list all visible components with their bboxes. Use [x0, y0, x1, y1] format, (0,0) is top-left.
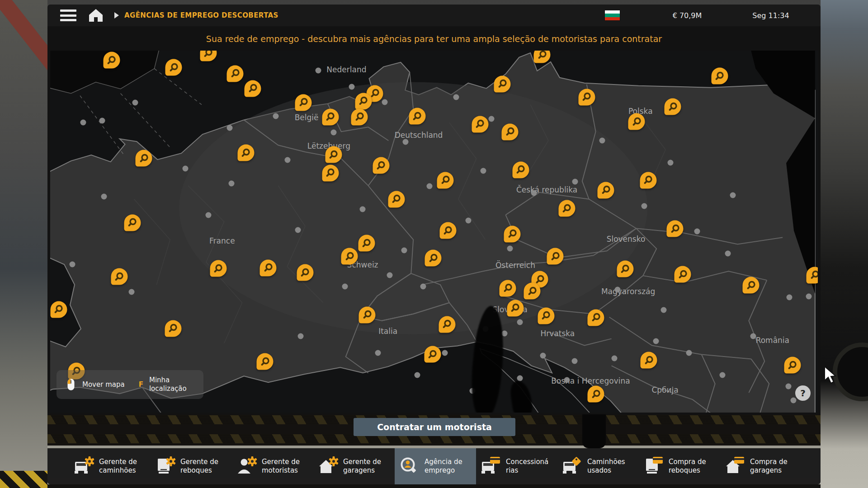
agency-pin[interactable] [297, 264, 313, 281]
agency-pin[interactable] [472, 116, 488, 132]
magnifier-icon [590, 312, 602, 324]
undiscovered-location-dot [295, 227, 301, 233]
agency-pin[interactable] [227, 65, 244, 82]
tab-label: Agência deemprego [425, 458, 462, 475]
agency-pin[interactable] [743, 277, 760, 294]
agency-pin[interactable] [351, 108, 368, 125]
agency-pin[interactable] [341, 248, 358, 265]
agency-pin[interactable] [322, 164, 339, 181]
agency-pin[interactable] [424, 346, 441, 363]
undiscovered-location-dot [489, 116, 495, 122]
hotkey-f: F [139, 380, 143, 389]
agency-pin[interactable] [524, 283, 541, 300]
agency-pin[interactable] [260, 259, 277, 276]
employment-agencies-panel: Sua rede de emprego - descubra mais agên… [47, 26, 821, 414]
magnifier-icon [809, 269, 818, 281]
agency-pin[interactable] [504, 225, 521, 242]
agency-pin[interactable] [322, 108, 339, 125]
agency-pin[interactable] [210, 260, 226, 277]
agency-pin[interactable] [425, 250, 442, 267]
tab-gerente-de-motoristas[interactable]: Gerente demotoristas [232, 448, 313, 484]
agency-pin[interactable] [124, 214, 141, 231]
help-button[interactable]: ? [795, 385, 811, 401]
agency-pin[interactable] [136, 150, 152, 167]
magnifier-icon [354, 111, 365, 123]
agency-pin[interactable] [325, 146, 342, 163]
agency-pin[interactable] [439, 316, 455, 333]
undiscovered-location-dot [284, 157, 290, 163]
magnifier-icon [113, 271, 125, 282]
agency-pin[interactable] [359, 306, 376, 323]
undiscovered-location-dot [466, 218, 472, 224]
agency-pin[interactable] [598, 182, 614, 198]
agency-pin[interactable] [165, 59, 182, 76]
agency-pin[interactable] [409, 108, 425, 125]
agency-pin[interactable] [675, 266, 691, 283]
agency-pin[interactable] [588, 386, 604, 403]
agency-pin[interactable] [578, 89, 595, 105]
undiscovered-location-dot [205, 212, 211, 218]
hire-driver-button[interactable]: Contratar um motorista [354, 418, 515, 436]
agency-pin[interactable] [784, 357, 801, 374]
agency-pin[interactable] [547, 248, 564, 265]
agency-pin[interactable] [50, 301, 67, 318]
agency-pin[interactable] [500, 280, 516, 296]
agency-pin[interactable] [665, 99, 681, 115]
tab-gerente-de-reboques[interactable]: Gerente dereboques [151, 448, 232, 484]
magnifier-icon [299, 267, 311, 278]
agency-pin[interactable] [111, 268, 127, 285]
europe-map[interactable]: NederlandBelgiëLëtzebuergDeutschlandPols… [50, 51, 818, 413]
undiscovered-location-dot [132, 99, 138, 105]
agency-pin[interactable] [628, 113, 645, 130]
agency-pin[interactable] [103, 52, 120, 69]
floor-shadow [47, 484, 821, 488]
agency-pin[interactable] [257, 353, 274, 370]
magnifier-icon [581, 91, 593, 103]
map-controls-hint: Mover mapa F Minha localização [57, 370, 203, 399]
menu-icon[interactable] [60, 9, 76, 21]
agency-pin[interactable] [667, 221, 684, 237]
agency-pin[interactable] [807, 267, 818, 283]
undiscovered-location-dot [70, 262, 75, 267]
my-location-label: Minha localização [149, 376, 194, 393]
magnifier-icon [247, 83, 259, 94]
agency-pin[interactable] [538, 307, 554, 324]
tab-gerente-de-caminh-es[interactable]: Gerente decaminhões [69, 448, 151, 484]
magnifier-icon [229, 68, 241, 80]
agency-pin[interactable] [588, 309, 604, 326]
agency-pin[interactable] [245, 80, 261, 97]
tab-label: Gerente decaminhões [99, 458, 137, 475]
undiscovered-location-dot [571, 358, 577, 364]
tab-compra-de-reboques[interactable]: Compra dereboques [639, 448, 720, 484]
driver-gear-icon [236, 456, 257, 476]
agency-pin[interactable] [358, 235, 375, 252]
tab-ag-ncia-de-emprego[interactable]: Agência deemprego [395, 448, 476, 484]
tab-label: Compra dereboques [669, 458, 706, 475]
agency-pin[interactable] [439, 222, 456, 239]
agency-pin[interactable] [507, 300, 524, 316]
home-icon[interactable] [88, 9, 104, 22]
agency-pin[interactable] [165, 320, 181, 337]
agency-pin[interactable] [437, 172, 454, 188]
agency-pin[interactable] [512, 161, 529, 178]
agency-pin[interactable] [502, 123, 519, 140]
agency-pin[interactable] [373, 157, 389, 174]
tab-compra-de-garagens[interactable]: Compra degaragens [720, 448, 802, 484]
agency-pin[interactable] [558, 200, 575, 217]
agency-pin[interactable] [295, 94, 312, 111]
tab-caminh-es-usados[interactable]: Caminhõesusados [557, 448, 639, 484]
agency-pin[interactable] [711, 68, 728, 84]
agency-pin[interactable] [237, 145, 254, 161]
agency-pin[interactable] [641, 352, 657, 369]
agency-pin[interactable] [617, 261, 633, 277]
tab-concession-rias[interactable]: Concessionárias [476, 448, 557, 484]
agency-pin[interactable] [640, 172, 656, 188]
agency-pin[interactable] [494, 75, 511, 92]
agency-pin[interactable] [388, 191, 405, 207]
undiscovered-location-dot [686, 350, 692, 356]
agency-pin[interactable] [355, 93, 372, 109]
magnifier-icon [561, 202, 573, 214]
undiscovered-location-dot [360, 206, 366, 212]
magnifier-icon [361, 237, 373, 249]
tab-gerente-de-garagens[interactable]: Gerente degaragens [313, 448, 395, 484]
